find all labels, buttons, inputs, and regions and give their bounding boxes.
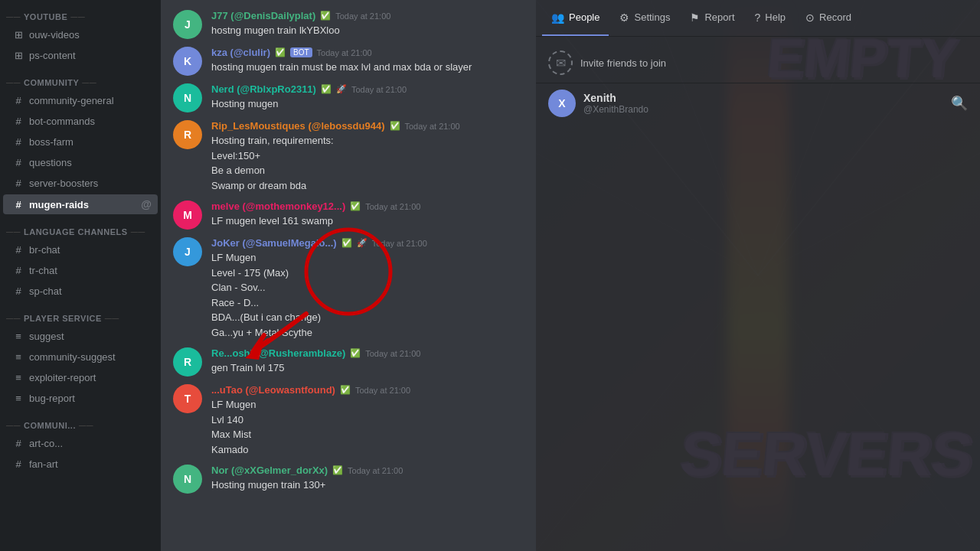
message-content: JoKer (@SamuelMegalo...)✅🚀Today at 21:00… bbox=[211, 237, 524, 340]
sidebar-item-ouw-videos[interactable]: ⊞ouw-videos bbox=[3, 25, 158, 44]
sidebar-item-label: mugen-raids bbox=[29, 199, 89, 210]
message-username[interactable]: JoKer (@SamuelMegalo...) bbox=[211, 237, 337, 249]
nav-tab-label: People bbox=[569, 11, 599, 23]
search-icon[interactable]: 🔍 bbox=[951, 95, 968, 112]
avatar: M bbox=[173, 201, 202, 230]
channel-icon: # bbox=[12, 178, 24, 189]
nav-tab-label: Report bbox=[704, 11, 734, 23]
message-username[interactable]: Re...oshi (@Rusheramblaze) bbox=[211, 347, 345, 359]
message-time: Today at 21:00 bbox=[355, 386, 410, 395]
sidebar-item-fan-art[interactable]: #fan-art bbox=[3, 455, 158, 474]
verified-badge: ✅ bbox=[320, 11, 331, 21]
channel-icon: # bbox=[12, 95, 24, 106]
message-text: Hosting mugen bbox=[211, 96, 524, 112]
message-time: Today at 21:00 bbox=[372, 239, 427, 248]
channel-icon: # bbox=[12, 458, 24, 470]
sidebar-item-community-suggest[interactable]: ≡community-suggest bbox=[3, 347, 158, 367]
message-username[interactable]: kza (@clulir) bbox=[211, 47, 270, 58]
sidebar-section-language-channels: LANGUAGE CHANNELS bbox=[0, 215, 161, 240]
message-username[interactable]: Rip_LesMoustiques (@lebossdu944) bbox=[211, 120, 385, 132]
people-icon: 👥 bbox=[551, 11, 564, 24]
avatar: K bbox=[173, 47, 202, 76]
channel-icon: ⊞ bbox=[12, 29, 24, 41]
chat-message: RRe...oshi (@Rusheramblaze)✅Today at 21:… bbox=[173, 345, 524, 379]
sidebar-item-label: bug-report bbox=[29, 393, 75, 404]
message-username[interactable]: Nerd (@RblxpRo2311) bbox=[211, 83, 316, 95]
sidebar-item-mugen-raids[interactable]: #mugen-raids@ bbox=[3, 194, 158, 214]
main-chat: JJ77 (@DenisDailyplat)✅Today at 21:00hos… bbox=[161, 0, 536, 551]
sidebar-item-label: bot-commands bbox=[29, 116, 95, 127]
message-text: gen Train lvl 175 bbox=[211, 360, 524, 376]
sidebar-item-art-co---[interactable]: #art-co... bbox=[3, 434, 158, 453]
avatar: R bbox=[173, 347, 202, 377]
sidebar-item-br-chat[interactable]: #br-chat bbox=[3, 240, 158, 259]
nav-tab-help[interactable]: ?Help bbox=[746, 0, 795, 36]
nav-tab-record[interactable]: ⊙Record bbox=[796, 0, 861, 36]
sidebar-item-label: community-suggest bbox=[29, 351, 116, 363]
sidebar-section-youtube: YOUTUBE bbox=[0, 0, 161, 24]
sidebar-item-exploiter-report[interactable]: ≡exploiter-report bbox=[3, 368, 158, 387]
sidebar-item-sp-chat[interactable]: #sp-chat bbox=[3, 282, 158, 301]
sidebar-item-bug-report[interactable]: ≡bug-report bbox=[3, 389, 158, 408]
verified-badge: ✅ bbox=[390, 121, 400, 131]
nav-tab-people[interactable]: 👥People bbox=[542, 0, 609, 36]
bot-badge: BOT bbox=[290, 47, 312, 57]
channel-icon: # bbox=[12, 199, 24, 210]
sidebar-item-tr-chat[interactable]: #tr-chat bbox=[3, 261, 158, 280]
sidebar-item-label: exploiter-report bbox=[29, 372, 96, 383]
sidebar-item-label: fan-art bbox=[29, 458, 58, 470]
verified-badge: ✅ bbox=[340, 385, 351, 395]
message-header: Nor (@xXGelmer_dorXx)✅Today at 21:00 bbox=[211, 465, 524, 476]
invite-row[interactable]: ✉ Invite friends to join bbox=[536, 43, 980, 83]
nav-tab-label: Settings bbox=[634, 11, 670, 23]
message-text: LF mugen level 161 swamp bbox=[211, 214, 524, 229]
sidebar-item-boss-farm[interactable]: #boss-farm bbox=[3, 132, 158, 152]
channel-icon: ≡ bbox=[12, 331, 24, 342]
sidebar-item-suggest[interactable]: ≡suggest bbox=[3, 327, 158, 346]
settings-icon: ⚙ bbox=[619, 11, 629, 24]
channel-icon: # bbox=[12, 438, 24, 449]
avatar: J bbox=[173, 10, 202, 39]
channel-icon: ≡ bbox=[12, 351, 24, 363]
sidebar-item-label: ps-content bbox=[29, 50, 76, 61]
nav-tab-settings[interactable]: ⚙Settings bbox=[610, 0, 679, 36]
chat-message: JJ77 (@DenisDailyplat)✅Today at 21:00hos… bbox=[173, 8, 524, 41]
sidebar-section-communi...: COMMUNI... bbox=[0, 409, 161, 433]
help-icon: ? bbox=[755, 11, 761, 24]
avatar: R bbox=[173, 120, 202, 149]
right-panel-nav: 👥People⚙Settings⚑Report?Help⊙Record bbox=[536, 0, 980, 37]
message-username[interactable]: Nor (@xXGelmer_dorXx) bbox=[211, 465, 328, 476]
channel-icon: # bbox=[12, 285, 24, 297]
message-time: Today at 21:00 bbox=[348, 466, 403, 475]
message-time: Today at 21:00 bbox=[335, 11, 390, 21]
user-avatar: X bbox=[548, 90, 576, 117]
sidebar-item-ps-content[interactable]: ⊞ps-content bbox=[3, 46, 158, 65]
message-header: Re...oshi (@Rusheramblaze)✅Today at 21:0… bbox=[211, 347, 524, 359]
channel-icon: ≡ bbox=[12, 393, 24, 404]
message-username[interactable]: melve (@mothemonkey12...) bbox=[211, 201, 345, 212]
avatar: J bbox=[173, 237, 202, 266]
user-handle: @XenithBrando bbox=[583, 104, 943, 115]
nav-tab-report[interactable]: ⚑Report bbox=[681, 0, 743, 36]
user-info: Xenith @XenithBrando bbox=[583, 92, 943, 115]
user-row-xenith[interactable]: X Xenith @XenithBrando 🔍 bbox=[536, 83, 980, 123]
message-content: Re...oshi (@Rusheramblaze)✅Today at 21:0… bbox=[211, 347, 524, 377]
sidebar-item-questions[interactable]: #questions bbox=[3, 153, 158, 172]
sidebar-item-community-general[interactable]: #community-general bbox=[3, 91, 158, 110]
message-content: J77 (@DenisDailyplat)✅Today at 21:00host… bbox=[211, 10, 524, 39]
message-username[interactable]: ...uTao (@Leowasntfound) bbox=[211, 384, 335, 396]
channel-icon: # bbox=[12, 265, 24, 276]
chat-message: JJoKer (@SamuelMegalo...)✅🚀Today at 21:0… bbox=[173, 235, 524, 342]
invite-text: Invite friends to join bbox=[580, 57, 666, 69]
sidebar-item-label: questions bbox=[29, 157, 72, 168]
sidebar-item-label: art-co... bbox=[29, 438, 63, 449]
channel-icon: # bbox=[12, 157, 24, 168]
sidebar-item-server-boosters[interactable]: #server-boosters bbox=[3, 174, 158, 193]
right-panel: EMPTY SERVERS 👥People⚙Settings⚑Report?He… bbox=[536, 0, 980, 551]
sidebar-item-bot-commands[interactable]: #bot-commands bbox=[3, 112, 158, 131]
message-username[interactable]: J77 (@DenisDailyplat) bbox=[211, 10, 315, 21]
message-time: Today at 21:00 bbox=[365, 349, 420, 358]
message-text: Hosting mugen train 130+ bbox=[211, 478, 524, 493]
channel-icon: ⊞ bbox=[12, 50, 24, 61]
message-header: ...uTao (@Leowasntfound)✅Today at 21:00 bbox=[211, 384, 524, 396]
